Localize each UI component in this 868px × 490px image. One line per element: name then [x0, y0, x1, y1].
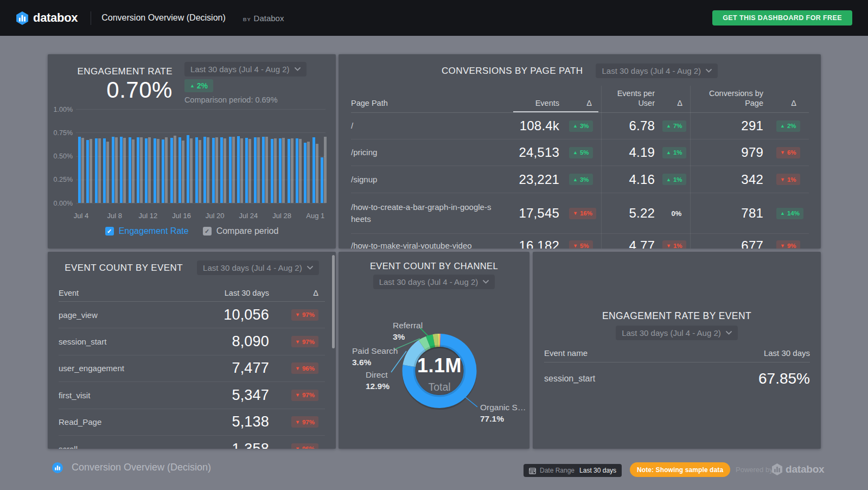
bar-compare-period — [190, 138, 193, 203]
event-count-value: 5,347 — [188, 387, 269, 404]
x-axis-label: Jul 4 — [74, 212, 88, 220]
callout-name: Referral — [393, 320, 423, 331]
byline-brand[interactable]: Databox — [254, 14, 284, 23]
bar-compare-period — [106, 142, 109, 203]
table-row: scroll1,358▼96% — [59, 436, 325, 449]
column-header-delta[interactable]: Δ — [763, 99, 809, 109]
arrow-down-icon: ▼ — [295, 339, 300, 344]
table-row: /108.4k▲3%6.78▲7%291▲2% — [351, 113, 809, 139]
conversions-value: 291 — [691, 118, 763, 133]
databox-logo[interactable]: databox — [16, 11, 78, 25]
delta-badge-up: ▲2% — [776, 120, 800, 132]
scrollbar-thumb[interactable] — [332, 255, 335, 348]
page-path-cell: /signup — [351, 174, 512, 186]
delta-value: 96% — [302, 365, 315, 372]
conversions-date-dropdown[interactable]: Last 30 days (Jul 4 - Aug 2) — [596, 63, 718, 78]
engagement-by-event-dropdown-wrap: Last 30 days (Jul 4 - Aug 2) — [533, 326, 821, 340]
delta-value: 1% — [673, 243, 682, 249]
engagement-rate-header: ENGAGEMENT RATE 0.70% Last 30 days (Jul … — [48, 54, 336, 104]
event-count-date-dropdown[interactable]: Last 30 days (Jul 4 - Aug 2) — [197, 260, 319, 275]
column-header-delta[interactable]: Δ — [655, 99, 691, 109]
table-row: first_visit5,347▼97% — [59, 382, 325, 409]
column-header-last-30-days[interactable]: Last 30 days — [188, 289, 269, 297]
donut-callout-direct: Direct12.9% — [366, 369, 390, 392]
sorted-column-indicator — [513, 111, 598, 112]
delta-badge-down: ▼1% — [776, 174, 800, 185]
events-per-user-value: 4.19 — [602, 145, 655, 160]
column-header-events[interactable]: Events — [512, 99, 559, 109]
event-delta-cell: ▼97% — [269, 336, 325, 347]
table-header-row: Event name Last 30 days — [544, 347, 810, 362]
table-row: session_start 67.85% — [544, 362, 810, 387]
events-per-user-delta-cell: ▲1% — [662, 174, 691, 185]
event-count-value: 1,358 — [188, 441, 269, 449]
column-header-page-path[interactable]: Page Path — [351, 99, 512, 109]
conversions-value: 677 — [691, 238, 763, 249]
byline-prefix: BY — [243, 16, 251, 22]
arrow-up-icon: ▲ — [573, 176, 578, 182]
engagement-by-event-table: Event name Last 30 days session_start 67… — [544, 347, 810, 387]
x-axis-label: Jul 24 — [239, 212, 258, 220]
chevron-down-icon — [706, 69, 712, 73]
bar-engagement-rate — [304, 143, 307, 203]
events-value: 16,182 — [512, 238, 559, 249]
arrow-down-icon: ▼ — [295, 312, 300, 317]
engagement-rate-value-block: ENGAGEMENT RATE 0.70% — [77, 62, 172, 104]
event-delta-cell: ▼97% — [269, 416, 325, 428]
get-dashboard-button[interactable]: GET THIS DASHBOARD FOR FREE — [712, 10, 852, 26]
delta-value: 5% — [580, 243, 589, 249]
event-name-cell: user_engagement — [59, 364, 188, 373]
column-header-delta[interactable]: Δ — [559, 99, 602, 109]
conversions-value: 979 — [691, 145, 763, 160]
callout-percent: 12.9% — [366, 380, 390, 392]
donut-slice-unlabeled — [434, 340, 438, 341]
callout-percent: 3.6% — [352, 357, 398, 368]
powered-by-databox-logo[interactable]: databox — [772, 463, 824, 475]
delta-badge-down: ▼96% — [291, 443, 318, 449]
checkbox-checked[interactable]: ✓ — [203, 227, 212, 236]
bar-engagement-rate — [178, 137, 181, 203]
calendar-icon — [529, 467, 536, 474]
checkbox-checked[interactable]: ✓ — [105, 227, 114, 236]
delta-badge-down: ▼9% — [776, 240, 800, 249]
bar-engagement-rate — [229, 137, 232, 203]
engagement-rate-date-dropdown[interactable]: Last 30 days (Jul 4 - Aug 2) — [184, 62, 307, 77]
event-count-value: 10,056 — [188, 307, 269, 323]
engagement-rate-value: 0.70% — [77, 77, 172, 103]
arrow-down-icon: ▼ — [295, 446, 300, 449]
arrow-up-icon: ▲ — [666, 176, 671, 182]
footer-dashboard-title: Conversion Overview (Decision) — [72, 461, 211, 473]
conversions-delta-cell: ▼1% — [776, 174, 809, 185]
column-header-event[interactable]: Event — [59, 289, 188, 297]
arrow-down-icon: ▼ — [295, 419, 300, 424]
delta-value: 2% — [197, 81, 208, 90]
arrow-down-icon: ▼ — [295, 392, 300, 398]
table-row: user_engagement7,477▼96% — [59, 355, 325, 382]
bar-compare-period — [265, 137, 268, 203]
date-range-label: Last 30 days (Jul 4 - Aug 2) — [622, 328, 721, 338]
legend-item-compare-period[interactable]: ✓Compare period — [203, 226, 279, 236]
engagement-by-event-date-dropdown[interactable]: Last 30 days (Jul 4 - Aug 2) — [616, 326, 738, 340]
delta-badge-up: ▲3% — [569, 120, 593, 132]
column-header-delta[interactable]: Δ — [269, 289, 325, 297]
events-delta-cell: ▲3% — [569, 174, 602, 185]
footer-date-range-chip[interactable]: Date Range Last 30 days — [524, 464, 622, 477]
chevron-down-icon — [726, 331, 732, 335]
panel-engagement-rate: ENGAGEMENT RATE 0.70% Last 30 days (Jul … — [48, 54, 336, 249]
column-header-event-name[interactable]: Event name — [544, 348, 588, 358]
y-axis-label: 1.00% — [48, 106, 73, 113]
engagement-rate-title: ENGAGEMENT RATE — [77, 66, 172, 77]
bar-engagement-rate — [103, 138, 106, 203]
date-range-label: Last 30 days (Jul 4 - Aug 2) — [190, 65, 290, 74]
delta-value: 96% — [302, 446, 315, 449]
column-header-conversions-by-page[interactable]: Conversions by Page — [691, 89, 763, 108]
column-header-events-per-user[interactable]: Events per User — [602, 89, 655, 108]
engagement-by-event-title: ENGAGEMENT RATE BY EVENT — [533, 310, 821, 322]
legend-item-engagement-rate[interactable]: ✓Engagement Rate — [105, 226, 189, 236]
events-delta-cell: ▼5% — [569, 240, 602, 249]
callout-leader-line — [465, 397, 477, 407]
column-header-last-30-days[interactable]: Last 30 days — [764, 348, 810, 358]
bar-compare-period — [215, 137, 218, 203]
callout-name: Organic S… — [480, 402, 526, 413]
event-count-value: 8,090 — [188, 333, 269, 350]
